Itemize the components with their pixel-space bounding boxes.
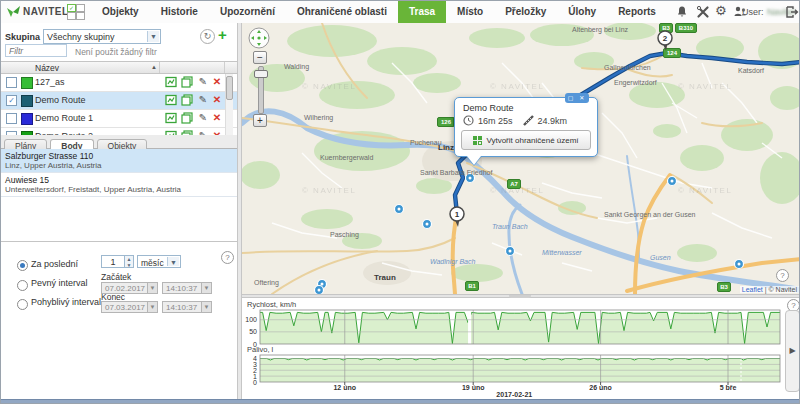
waypoint-item[interactable]: Salzburger Strasse 110 Linz, Upper Austr… [1,149,237,173]
waypoint-item[interactable]: Auwiese 15 Unterweitersdorf, Freistadt, … [1,173,237,197]
radio-last-period-label[interactable]: Za poslední [31,259,78,269]
period-value-spinner[interactable]: ▲▼ [125,255,134,268]
popup-window-controls[interactable]: ▢ ✕ [565,93,589,103]
svg-text:1: 1 [455,210,460,219]
map-place-label: Sankt Georgen an der Gusen [604,211,696,219]
tools-icon[interactable] [696,5,710,19]
route-marker-1[interactable]: 1 [450,207,464,227]
table-scrollbar-thumb[interactable] [226,76,233,100]
menu-item-4[interactable]: Ohraničené oblasti [286,1,398,23]
route-name[interactable]: Demo Route [35,92,86,109]
route-name[interactable]: 127_as [35,74,65,91]
map-help-icon[interactable]: ? [776,269,789,282]
route-color-swatch [21,113,33,125]
map-place-label: Wilhering [304,114,333,122]
row-checkbox[interactable] [6,113,17,124]
map-poi-icon[interactable] [735,260,744,269]
delete-icon[interactable]: ✕ [211,112,223,124]
end-date-dropdown-icon[interactable]: ▼ [148,301,158,313]
route-color-swatch [21,77,33,89]
radio-sliding-interval[interactable] [17,299,28,310]
charts-expander[interactable]: ▶ [785,310,800,392]
show-on-map-icon[interactable] [165,112,177,124]
sidebar-tabs: PlányBodyObjekty [1,135,237,149]
edit-pencil-icon[interactable]: ✎ [197,76,209,88]
attribution-text: | © Navitel [763,286,797,293]
radio-fixed-interval[interactable] [17,280,28,291]
map-place-label: Traun Bach [492,223,528,230]
show-on-map-icon[interactable] [165,94,177,106]
menu-item-3[interactable]: Upozornění [209,1,286,23]
period-unit-select[interactable]: měsíc ▼ [137,255,181,268]
top-bar: NAVITEL® ✓ ObjektyHistorieUpozorněníOhra… [1,1,800,24]
map-pan-compass[interactable] [248,27,270,49]
menu-item-8[interactable]: Úlohy [557,1,607,23]
zoom-in-button[interactable]: + [253,114,267,127]
sort-asc-icon[interactable]: ▲ [151,64,157,70]
start-time-dropdown-icon[interactable]: ▼ [202,282,212,294]
refresh-icon[interactable]: ↻ [200,29,215,44]
filter-input[interactable] [5,44,67,57]
x-tick-label: 12 úno [333,384,356,391]
column-header-name[interactable]: Název [35,63,59,73]
radio-last-period[interactable] [17,260,28,271]
radio-fixed-interval-label[interactable]: Pevný interval [31,278,88,288]
svg-text:126: 126 [441,119,452,125]
table-header[interactable]: Název ▲ [1,61,237,74]
map-zoom-control: − + [242,23,282,133]
menu-item-5[interactable]: Trasa [398,1,446,23]
show-on-map-icon[interactable] [165,76,177,88]
waypoint-list: Salzburger Strasse 110 Linz, Upper Austr… [1,149,237,242]
notifications-bell-icon[interactable] [675,5,689,19]
y-tick-label: 0 [253,341,257,348]
menu-item-7[interactable]: Přeložky [494,1,557,23]
layout-toggle-icon[interactable]: ✓ [67,4,86,20]
edit-pencil-icon[interactable]: ✎ [197,112,209,124]
map-poi-icon[interactable] [506,247,515,256]
menu-item-1[interactable]: Objekty [91,1,150,23]
row-checkbox[interactable]: ✓ [6,95,17,106]
road-badge: 126 [438,118,455,127]
map-place-label: Wadlnigr Bach [430,258,476,266]
zoom-out-button[interactable]: − [253,51,267,64]
table-row[interactable]: Demo Route 1 ✎✕ [1,110,237,128]
menu-item-6[interactable]: Místo [446,1,494,23]
leaflet-link[interactable]: Leaflet [742,286,763,293]
end-date-input[interactable]: 07.03.2017 [101,301,148,313]
map-poi-icon[interactable] [315,286,324,295]
map-poi-icon[interactable] [423,220,432,229]
menu-item-2[interactable]: Historie [150,1,209,23]
copy-icon[interactable] [181,94,193,106]
copy-icon[interactable] [181,112,193,124]
period-value-input[interactable]: 1 [101,255,125,268]
route-name[interactable]: Demo Route 1 [35,110,93,127]
settings-gear-icon[interactable]: ⚙ [715,3,729,17]
interval-section: ? Za poslední 1 ▲▼ měsíc ▼ Pevný interva… [1,251,237,321]
map[interactable]: © NAVITEL© NAVITEL© NAVITEL© NAVITEL© NA… [242,23,800,294]
delete-icon[interactable]: ✕ [211,76,223,88]
logout-icon[interactable] [785,5,799,19]
group-select[interactable]: Všechny skupiny ▼ [43,29,161,44]
start-time-input[interactable]: 14:10:37 [162,282,202,294]
copy-icon[interactable] [181,76,193,88]
start-date-dropdown-icon[interactable]: ▼ [148,282,158,294]
table-row[interactable]: 127_as ✎✕ [1,74,237,92]
create-geofence-button[interactable]: Vytvořit ohraničené území [461,130,591,150]
zoom-slider-handle[interactable] [254,70,268,78]
end-time-input[interactable]: 14:10:37 [162,301,202,313]
radio-sliding-interval-label[interactable]: Pohyblivý interval [31,297,101,307]
map-poi-icon[interactable] [668,177,677,186]
add-route-button[interactable]: + [218,26,227,43]
delete-icon[interactable]: ✕ [211,94,223,106]
map-canvas[interactable]: © NAVITEL© NAVITEL© NAVITEL© NAVITEL© NA… [242,23,800,294]
row-checkbox[interactable] [6,77,17,88]
table-row[interactable]: ✓Demo Route ✎✕ [1,92,237,110]
interval-help-icon[interactable]: ? [221,251,234,264]
menu-item-9[interactable]: Reports [607,1,667,23]
map-poi-icon[interactable] [395,205,404,214]
edit-pencil-icon[interactable]: ✎ [197,94,209,106]
map-place-label: Traun [374,273,396,282]
waypoint-region: Linz, Upper Austria, Austria [5,161,233,170]
end-time-dropdown-icon[interactable]: ▼ [202,301,212,313]
waypoint-region: Unterweitersdorf, Freistadt, Upper Austr… [5,185,233,194]
